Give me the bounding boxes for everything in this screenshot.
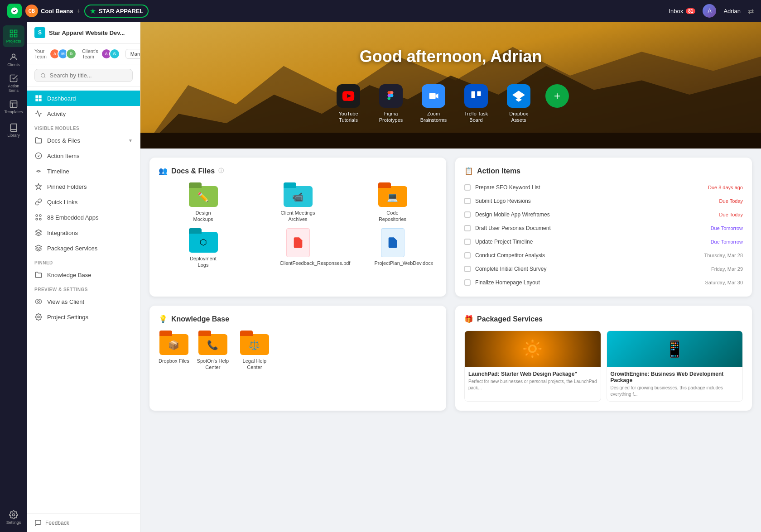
- hero-app-trello[interactable]: Trello Task Board: [460, 84, 492, 124]
- your-team: Your Team A M D: [34, 48, 77, 59]
- folder-name-code-repos: Code Repositories: [375, 210, 411, 223]
- checkbox-survey[interactable]: [464, 266, 471, 272]
- nav-item-knowledge-base[interactable]: Knowledge Base: [27, 267, 140, 283]
- action-items-title-icon: 📋: [464, 167, 473, 175]
- nav-label-timeline: Timeline: [47, 168, 69, 175]
- service-desc-launchpad: Perfect for new businesses or personal p…: [468, 379, 597, 391]
- team-avatar-3: D: [66, 48, 77, 59]
- action-item-homepage[interactable]: Finalize Homepage Layout Saturday, Mar 3…: [464, 278, 743, 288]
- folder-client-meetings[interactable]: 📹 Client Meetings Archives: [253, 182, 342, 223]
- checkbox-personas[interactable]: [464, 225, 471, 231]
- kb-folder-legal[interactable]: ⚖️ Legal Help Center: [236, 331, 273, 371]
- services-grid: 🔆 LaunchPad: Starter Web Design Package"…: [464, 331, 743, 402]
- file-name-project-plan: ProjectPlan_WebDev.docx: [375, 260, 411, 266]
- project-name: Star Apparel Website Dev...: [49, 29, 133, 36]
- action-item-personas[interactable]: Draft User Personas Document Due Tomorro…: [464, 223, 743, 233]
- svg-rect-4: [14, 34, 17, 37]
- brand-name: Cool Beans: [41, 8, 73, 14]
- nav-item-activity[interactable]: Activity: [27, 106, 140, 121]
- action-items-title-text: Action Items: [477, 167, 520, 175]
- hero-app-zoom[interactable]: Zoom Brainstorms: [418, 84, 449, 124]
- kb-folder-dropbox[interactable]: 📦 Dropbox Files: [159, 331, 189, 371]
- nav-item-dashboard[interactable]: Dashboard: [27, 91, 140, 106]
- sidebar-item-action-items[interactable]: Action Items: [3, 72, 24, 94]
- action-name-timeline: Update Project Timeline: [475, 239, 706, 245]
- action-item-seo[interactable]: Prepare SEO Keyword List Due 8 days ago: [464, 182, 743, 192]
- feedback-button[interactable]: Feedback: [27, 513, 140, 532]
- sidebar-label-settings: Settings: [6, 520, 21, 525]
- action-item-competitor[interactable]: Conduct Competitor Analysis Thursday, Ma…: [464, 250, 743, 260]
- pdf-icon: [286, 228, 310, 257]
- nav-item-pinned-folders[interactable]: Pinned Folders: [27, 179, 140, 194]
- youtube-label: YouTube Tutorials: [332, 110, 364, 124]
- action-item-survey[interactable]: Complete Initial Client Survey Friday, M…: [464, 264, 743, 274]
- nav-label-quick-links: Quick Links: [47, 199, 77, 206]
- nav-item-timeline[interactable]: Timeline: [27, 163, 140, 179]
- nav-item-view-as-client[interactable]: View as Client: [27, 294, 140, 309]
- file-client-feedback[interactable]: ClientFeedback_Responses.pdf: [253, 228, 342, 268]
- action-item-wireframes[interactable]: Design Mobile App Wireframes Due Today: [464, 210, 743, 220]
- service-img-growth-engine: 📱: [607, 331, 743, 367]
- sidebar-item-settings[interactable]: Settings: [3, 507, 24, 528]
- file-project-plan[interactable]: ProjectPlan_WebDev.docx: [348, 228, 437, 268]
- nav-item-project-settings[interactable]: Project Settings: [27, 309, 140, 325]
- action-name-personas: Draft User Personas Document: [475, 225, 706, 231]
- action-item-timeline[interactable]: Update Project Timeline Due Tomorrow: [464, 237, 743, 247]
- action-item-logo[interactable]: Submit Logo Revisions Due Today: [464, 196, 743, 206]
- brand-logo: CB Cool Beans: [25, 5, 73, 17]
- service-card-growth-engine[interactable]: 📱 GrowthEngine: Business Web Development…: [607, 331, 743, 402]
- sidebar-item-templates[interactable]: Templates: [3, 96, 24, 118]
- client-brand[interactable]: ★ STAR APPAREL: [84, 5, 149, 18]
- folder-deployment-logs[interactable]: ⬡ Deployment Logs: [159, 228, 248, 268]
- switch-icon[interactable]: ⇄: [748, 7, 754, 15]
- hero-app-youtube[interactable]: YouTube Tutorials: [332, 84, 364, 124]
- folder-code-repos[interactable]: 💻 Code Repositories: [348, 182, 437, 223]
- checkbox-logo[interactable]: [464, 198, 471, 204]
- folder-icon-code-repos: 💻: [378, 182, 407, 207]
- sidebar-item-clients[interactable]: Clients: [3, 49, 24, 71]
- checkbox-timeline[interactable]: [464, 239, 471, 245]
- search-input[interactable]: [50, 72, 127, 79]
- knowledge-base-icon: [34, 271, 43, 279]
- nav-item-embedded-apps[interactable]: 88 Embedded Apps: [27, 210, 140, 225]
- sidebar-item-projects[interactable]: Projects: [3, 25, 24, 47]
- nav-label-dashboard: Dashboard: [47, 95, 76, 102]
- kb-folder-spoton[interactable]: 📞 SpotOn's Help Center: [195, 331, 231, 371]
- hero-app-figma[interactable]: Figma Prototypes: [375, 84, 407, 124]
- sidebar-label-library: Library: [7, 133, 20, 138]
- svg-rect-30: [140, 133, 761, 149]
- trello-label: Trello Task Board: [460, 110, 492, 124]
- service-desc-growth-engine: Designed for growing businesses, this pa…: [611, 385, 739, 398]
- inbox-button[interactable]: Inbox 81: [669, 8, 695, 14]
- svg-rect-13: [39, 96, 41, 98]
- nav-label-pinned-folders: Pinned Folders: [47, 183, 87, 190]
- hero-add-app[interactable]: +: [545, 84, 569, 124]
- nav-item-action-items[interactable]: Action Items: [27, 148, 140, 163]
- nav-label-embedded-apps: 88 Embedded Apps: [47, 214, 98, 221]
- user-name: Adrian: [723, 8, 741, 14]
- nav-label-knowledge-base: Knowledge Base: [47, 272, 92, 278]
- star-icon: ★: [90, 7, 96, 15]
- folder-name-design-mockups: Design Mockups: [185, 210, 222, 223]
- checkbox-seo[interactable]: [464, 184, 471, 191]
- quick-links-icon: [34, 198, 43, 206]
- info-icon[interactable]: ⓘ: [218, 167, 224, 175]
- app-icon[interactable]: [7, 4, 22, 18]
- nav-item-quick-links[interactable]: Quick Links: [27, 194, 140, 210]
- nav-item-docs-files[interactable]: Docs & Files ▼: [27, 133, 140, 148]
- hero-app-dropbox[interactable]: Dropbox Assets: [503, 84, 535, 124]
- checkbox-homepage[interactable]: [464, 279, 471, 286]
- service-card-launchpad[interactable]: 🔆 LaunchPad: Starter Web Design Package"…: [464, 331, 601, 402]
- packaged-services-title-text: Packaged Services: [477, 315, 543, 323]
- checkbox-wireframes[interactable]: [464, 211, 471, 218]
- nav-item-integrations[interactable]: Integrations: [27, 225, 140, 240]
- sidebar-navigation: Dashboard Activity Visible Modules Docs …: [27, 87, 140, 513]
- nav-label-activity: Activity: [47, 110, 66, 117]
- user-avatar[interactable]: A: [703, 4, 716, 18]
- manage-access-button[interactable]: Manage Access: [125, 49, 140, 59]
- sidebar-item-library[interactable]: Library: [3, 120, 24, 141]
- project-header: S Star Apparel Website Dev...: [27, 22, 140, 44]
- folder-design-mockups[interactable]: ✏️ Design Mockups: [159, 182, 248, 223]
- checkbox-competitor[interactable]: [464, 252, 471, 259]
- nav-item-packaged-services[interactable]: Packaged Services: [27, 240, 140, 256]
